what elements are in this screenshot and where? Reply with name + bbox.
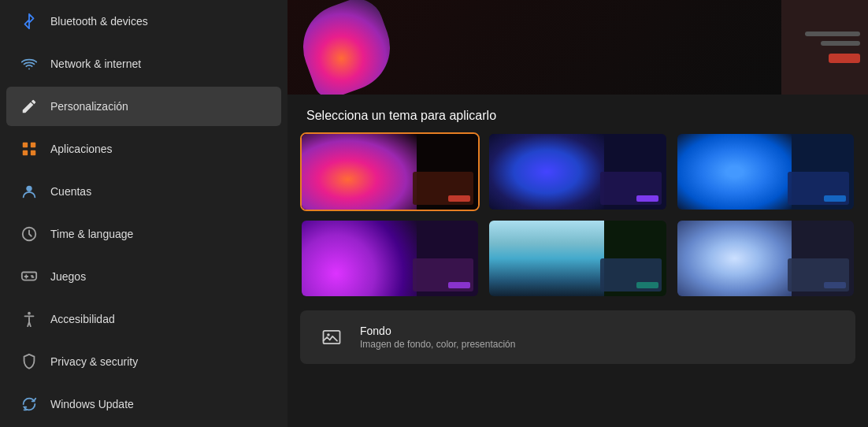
theme-card-1-taskbar — [408, 134, 479, 210]
sidebar-item-apps-label: Aplicaciones — [50, 143, 113, 155]
theme-card-1[interactable] — [300, 132, 480, 211]
refresh-icon — [19, 394, 39, 414]
theme-card-1-taskbar-btn — [448, 195, 470, 202]
svg-rect-2 — [23, 150, 28, 155]
svg-rect-0 — [23, 143, 28, 147]
sidebar-item-network[interactable]: Network & internet — [6, 44, 281, 84]
preview-wallpaper — [287, 0, 781, 95]
theme-card-2-taskbar-btn — [636, 195, 658, 202]
theme-card-4-taskbar-btn — [448, 282, 470, 288]
sidebar-item-time[interactable]: Time & language — [6, 214, 281, 254]
theme-card-6-taskbar-btn — [824, 282, 846, 288]
paint-icon — [19, 96, 39, 117]
theme-card-4-taskbar-box — [413, 258, 474, 291]
theme-card-5-taskbar — [595, 221, 666, 296]
clock-icon — [19, 224, 39, 244]
sidebar-item-accessibility-label: Accesibilidad — [50, 313, 115, 325]
sidebar-item-bluetooth[interactable]: Bluetooth & devices — [6, 2, 281, 41]
sidebar-item-apps[interactable]: Aplicaciones — [6, 129, 281, 169]
bluetooth-icon — [19, 11, 39, 32]
sidebar-item-accessibility[interactable]: Accesibilidad — [6, 299, 281, 339]
theme-card-4-inner — [302, 221, 478, 296]
sidebar-item-bluetooth-label: Bluetooth & devices — [50, 15, 148, 28]
preview-bar-2 — [821, 41, 860, 46]
sidebar-item-time-label: Time & language — [50, 228, 133, 240]
theme-card-4[interactable] — [300, 219, 480, 298]
sidebar-item-privacy-label: Privacy & security — [50, 355, 138, 368]
preview-bar-1 — [805, 32, 860, 36]
theme-card-3-taskbar-btn — [824, 195, 846, 202]
theme-card-5[interactable] — [488, 219, 667, 298]
theme-card-5-wallpaper — [489, 221, 604, 296]
svg-point-4 — [26, 186, 32, 191]
theme-card-2-taskbar-box — [600, 172, 662, 205]
theme-card-3-wallpaper — [677, 134, 792, 210]
theme-card-3-inner — [677, 134, 854, 210]
shield-icon — [19, 351, 39, 372]
theme-card-4-wallpaper — [302, 221, 417, 296]
theme-card-6-taskbar-box — [788, 258, 849, 291]
sidebar-item-accounts-label: Cuentas — [50, 185, 91, 198]
fondo-title: Fondo — [360, 325, 515, 337]
svg-rect-3 — [31, 150, 35, 155]
theme-card-6-inner — [677, 221, 854, 296]
theme-card-5-taskbar-box — [600, 258, 662, 291]
main-content: Selecciona un tema para aplicarlo — [287, 0, 868, 427]
theme-card-5-taskbar-btn — [636, 282, 658, 288]
sidebar-item-gaming-label: Juegos — [50, 270, 86, 283]
theme-card-1-inner — [302, 134, 478, 210]
sidebar: Bluetooth & devices Network & internet P… — [0, 0, 287, 427]
fondo-item[interactable]: Fondo Imagen de fondo, color, presentaci… — [300, 310, 855, 364]
gamepad-icon — [19, 266, 39, 287]
sidebar-item-personalization-label: Personalización — [50, 100, 128, 113]
fondo-icon — [316, 321, 347, 353]
sidebar-item-update-label: Windows Update — [50, 398, 134, 410]
theme-card-6[interactable] — [676, 219, 855, 298]
theme-card-6-taskbar — [783, 221, 854, 296]
fondo-text: Fondo Imagen de fondo, color, presentaci… — [360, 325, 515, 350]
accessibility-icon — [19, 309, 39, 329]
sidebar-item-accounts[interactable]: Cuentas — [6, 172, 281, 211]
theme-preview-banner — [287, 0, 868, 95]
theme-card-5-inner — [489, 221, 666, 296]
svg-point-8 — [327, 333, 330, 336]
apps-icon — [19, 139, 39, 159]
theme-card-1-wallpaper — [302, 134, 417, 210]
wifi-icon — [19, 54, 39, 74]
theme-card-1-taskbar-box — [413, 172, 474, 205]
theme-card-4-taskbar — [408, 221, 479, 296]
sidebar-item-personalization[interactable]: Personalización — [6, 87, 281, 126]
theme-card-6-wallpaper — [677, 221, 792, 296]
theme-card-2[interactable] — [488, 132, 667, 211]
theme-card-2-inner — [489, 134, 666, 210]
svg-rect-1 — [31, 143, 35, 147]
preview-accent-button — [829, 54, 860, 63]
preview-flower-decoration — [291, 0, 402, 95]
theme-card-3-taskbar — [783, 134, 854, 210]
preview-taskbar-mock — [781, 0, 868, 95]
theme-card-2-taskbar — [595, 134, 666, 210]
theme-card-3[interactable] — [676, 132, 855, 211]
user-icon — [19, 181, 39, 202]
sidebar-item-gaming[interactable]: Juegos — [6, 257, 281, 296]
themes-grid — [287, 132, 868, 310]
sidebar-item-network-label: Network & internet — [50, 58, 141, 70]
theme-card-2-wallpaper — [489, 134, 604, 210]
fondo-subtitle: Imagen de fondo, color, presentación — [360, 339, 515, 350]
svg-point-6 — [28, 312, 31, 315]
theme-card-3-taskbar-box — [788, 172, 849, 205]
sidebar-item-privacy[interactable]: Privacy & security — [6, 342, 281, 381]
sidebar-item-update[interactable]: Windows Update — [6, 384, 281, 424]
themes-section-title: Selecciona un tema para aplicarlo — [287, 95, 868, 132]
